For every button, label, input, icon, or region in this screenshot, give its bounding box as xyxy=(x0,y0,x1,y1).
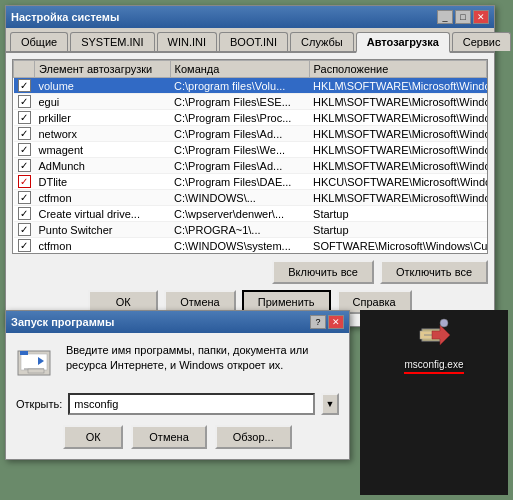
row-checkbox[interactable] xyxy=(18,159,31,172)
row-checkbox-cell xyxy=(14,110,35,126)
run-content: Введите имя программы, папки, документа … xyxy=(6,333,349,459)
row-checkbox[interactable] xyxy=(18,79,31,92)
svg-rect-2 xyxy=(20,351,28,355)
syscfg-title-bar: Настройка системы _ □ ✕ xyxy=(6,6,494,28)
close-button[interactable]: ✕ xyxy=(473,10,489,24)
row-checkbox[interactable] xyxy=(18,191,31,204)
run-help-button[interactable]: ? xyxy=(310,315,326,329)
table-row[interactable]: AdMunchC:\Program Files\Ad...HKLM\SOFTWA… xyxy=(14,158,487,174)
row-checkbox[interactable] xyxy=(18,95,31,108)
tab-sluzhby[interactable]: Службы xyxy=(290,32,354,51)
row-location: HKLM\SOFTWARE\Microsoft\Windows\CurrentV… xyxy=(309,190,486,206)
row-checkbox[interactable] xyxy=(18,111,31,124)
row-checkbox-cell xyxy=(14,126,35,142)
row-name: volume xyxy=(35,78,171,94)
enable-all-button[interactable]: Включить все xyxy=(272,260,374,284)
run-cancel-button[interactable]: Отмена xyxy=(131,425,206,449)
row-command: C:\Program Files\We... xyxy=(170,142,309,158)
tab-system-ini[interactable]: SYSTEM.INI xyxy=(70,32,154,51)
row-command: C:\wpserver\denwer\... xyxy=(170,206,309,222)
svg-rect-1 xyxy=(21,354,47,370)
disable-all-button[interactable]: Отключить все xyxy=(380,260,488,284)
tab-obschie[interactable]: Общие xyxy=(10,32,68,51)
msconfig-desktop-icon[interactable]: msconfig.exe xyxy=(360,310,508,379)
row-location: HKCU\SOFTWARE\Microsoft\Windows\CurrentV… xyxy=(309,174,486,190)
row-command: C:\PROGRA~1\... xyxy=(170,222,309,238)
msconfig-icon-label: msconfig.exe xyxy=(405,359,464,370)
row-location: SOFTWARE\Microsoft\Windows\CurrentVersio… xyxy=(309,254,486,255)
row-name: networx xyxy=(35,126,171,142)
row-command: C:\Program Files\DAE... xyxy=(170,174,309,190)
tab-avtozagruzka[interactable]: Автозагрузка xyxy=(356,32,450,53)
tab-boot-ini[interactable]: BOOT.INI xyxy=(219,32,288,51)
row-command: C:\WINDOWS\system... xyxy=(170,238,309,254)
autoload-table: Элемент автозагрузки Команда Расположени… xyxy=(13,60,487,254)
row-location: HKLM\SOFTWARE\Microsoft\Windows\CurrentV… xyxy=(309,110,486,126)
run-dialog-title: Запуск программы xyxy=(11,316,114,328)
row-name: ctfmon xyxy=(35,190,171,206)
table-row[interactable]: DTliteC:\Program Files\DAE...HKCU\SOFTWA… xyxy=(14,174,487,190)
row-command: C:\Program Files\Mail... xyxy=(170,254,309,255)
row-name: egui xyxy=(35,94,171,110)
svg-marker-9 xyxy=(432,325,450,345)
row-location: HKLM\SOFTWARE\Microsoft\Windows\CurrentV… xyxy=(309,126,486,142)
row-command: C:\WINDOWS\... xyxy=(170,190,309,206)
syscfg-title: Настройка системы xyxy=(11,11,119,23)
row-checkbox-cell xyxy=(14,190,35,206)
enable-disable-row: Включить все Отключить все xyxy=(12,260,488,284)
table-row[interactable]: volumeC:\program files\Volu...HKLM\SOFTW… xyxy=(14,78,487,94)
dropdown-arrow-icon[interactable]: ▼ xyxy=(321,393,339,415)
row-checkbox[interactable] xyxy=(18,239,31,252)
row-location: HKLM\SOFTWARE\Microsoft\Windows\CurrentV… xyxy=(309,94,486,110)
tab-servis[interactable]: Сервис xyxy=(452,32,512,51)
run-browse-button[interactable]: Обзор... xyxy=(215,425,292,449)
col-header-command: Команда xyxy=(170,61,309,78)
row-checkbox[interactable] xyxy=(18,127,31,140)
row-checkbox[interactable] xyxy=(18,223,31,236)
row-command: C:\Program Files\ESE... xyxy=(170,94,309,110)
tab-win-ini[interactable]: WIN.INI xyxy=(157,32,218,51)
minimize-button[interactable]: _ xyxy=(437,10,453,24)
table-row[interactable]: prkillerC:\Program Files\Proc...HKLM\SOF… xyxy=(14,110,487,126)
col-header-location: Расположение xyxy=(309,61,486,78)
col-header-name: Элемент автозагрузки xyxy=(35,61,171,78)
row-location: HKLM\SOFTWARE\Microsoft\Windows\CurrentV… xyxy=(309,142,486,158)
row-checkbox[interactable] xyxy=(18,143,31,156)
row-name: MAgent xyxy=(35,254,171,255)
table-row[interactable]: ctfmonC:\WINDOWS\...HKLM\SOFTWARE\Micros… xyxy=(14,190,487,206)
run-btn-row: ОК Отмена Обзор... xyxy=(16,425,339,449)
row-name: Punto Switcher xyxy=(35,222,171,238)
autoload-table-container[interactable]: Элемент автозагрузки Команда Расположени… xyxy=(12,59,488,254)
svg-rect-4 xyxy=(28,369,44,373)
msconfig-red-underline xyxy=(404,372,464,374)
table-row[interactable]: MAgentC:\Program Files\Mail...SOFTWARE\M… xyxy=(14,254,487,255)
table-row[interactable]: eguiC:\Program Files\ESE...HKLM\SOFTWARE… xyxy=(14,94,487,110)
maximize-button[interactable]: □ xyxy=(455,10,471,24)
row-location: HKLM\SOFTWARE\Microsoft\Windows\CurrentV… xyxy=(309,78,486,94)
row-checkbox-cell xyxy=(14,238,35,254)
table-row[interactable]: ctfmonC:\WINDOWS\system...SOFTWARE\Micro… xyxy=(14,238,487,254)
tabs-bar: Общие SYSTEM.INI WIN.INI BOOT.INI Службы… xyxy=(6,28,494,53)
open-input[interactable] xyxy=(68,393,315,415)
run-title-controls: ? ✕ xyxy=(310,315,344,329)
row-checkbox-cell xyxy=(14,254,35,255)
table-row[interactable]: networxC:\Program Files\Ad...HKLM\SOFTWA… xyxy=(14,126,487,142)
row-checkbox-cell xyxy=(14,158,35,174)
row-name: prkiller xyxy=(35,110,171,126)
table-row[interactable]: wmagentC:\Program Files\We...HKLM\SOFTWA… xyxy=(14,142,487,158)
row-command: C:\program files\Volu... xyxy=(170,78,309,94)
row-checkbox[interactable] xyxy=(18,175,31,188)
syscfg-window: Настройка системы _ □ ✕ Общие SYSTEM.INI… xyxy=(5,5,495,327)
row-location: Startup xyxy=(309,206,486,222)
row-checkbox-cell xyxy=(14,78,35,94)
row-checkbox[interactable] xyxy=(18,207,31,220)
svg-point-10 xyxy=(440,319,448,327)
col-header-check xyxy=(14,61,35,78)
desktop-area: msconfig.exe xyxy=(360,310,508,495)
run-close-button[interactable]: ✕ xyxy=(328,315,344,329)
run-description: Введите имя программы, папки, документа … xyxy=(66,343,339,374)
table-header-row: Элемент автозагрузки Команда Расположени… xyxy=(14,61,487,78)
run-ok-button[interactable]: ОК xyxy=(63,425,123,449)
table-row[interactable]: Create virtual drive...C:\wpserver\denwe… xyxy=(14,206,487,222)
table-row[interactable]: Punto SwitcherC:\PROGRA~1\...Startup xyxy=(14,222,487,238)
